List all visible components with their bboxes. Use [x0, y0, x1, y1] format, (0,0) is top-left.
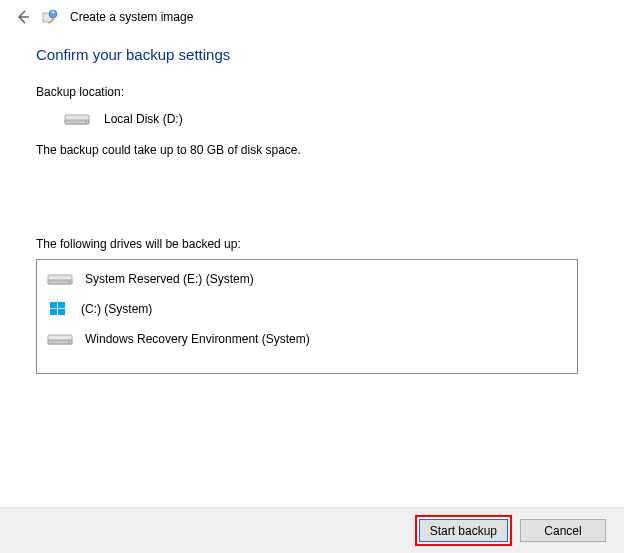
list-item: (C:) (System)	[37, 294, 577, 324]
svg-rect-12	[58, 309, 65, 315]
list-item: System Reserved (E:) (System)	[37, 264, 577, 294]
backup-location-label: Backup location:	[36, 85, 588, 99]
window-title: Create a system image	[70, 10, 193, 24]
cancel-button[interactable]: Cancel	[520, 519, 606, 542]
content-area: Confirm your backup settings Backup loca…	[0, 30, 624, 374]
svg-rect-10	[58, 302, 65, 308]
drive-name: System Reserved (E:) (System)	[85, 272, 254, 286]
back-arrow-icon[interactable]	[14, 8, 32, 26]
backup-location-row: Local Disk (D:)	[36, 111, 588, 127]
drives-listbox: System Reserved (E:) (System) (C:) (Syst…	[36, 259, 578, 374]
dialog-footer: Start backup Cancel	[0, 507, 624, 553]
system-image-icon	[42, 8, 60, 26]
window-header: Create a system image	[0, 0, 624, 30]
start-backup-button[interactable]: Start backup	[419, 519, 508, 542]
page-heading: Confirm your backup settings	[36, 46, 588, 63]
list-item: Windows Recovery Environment (System)	[37, 324, 577, 354]
drive-name: (C:) (System)	[81, 302, 152, 316]
drive-name: Windows Recovery Environment (System)	[85, 332, 310, 346]
hard-drive-icon	[47, 271, 73, 287]
svg-point-5	[85, 121, 87, 123]
highlight-annotation: Start backup	[415, 515, 512, 546]
svg-point-8	[68, 281, 70, 283]
backup-size-text: The backup could take up to 80 GB of dis…	[36, 143, 588, 157]
hard-drive-icon	[47, 331, 73, 347]
svg-rect-9	[50, 302, 57, 308]
drives-list-label: The following drives will be backed up:	[36, 237, 588, 251]
svg-point-15	[68, 341, 70, 343]
backup-location-value: Local Disk (D:)	[104, 112, 183, 126]
svg-rect-11	[50, 309, 57, 315]
hard-drive-icon	[64, 111, 90, 127]
windows-drive-icon	[47, 301, 69, 317]
